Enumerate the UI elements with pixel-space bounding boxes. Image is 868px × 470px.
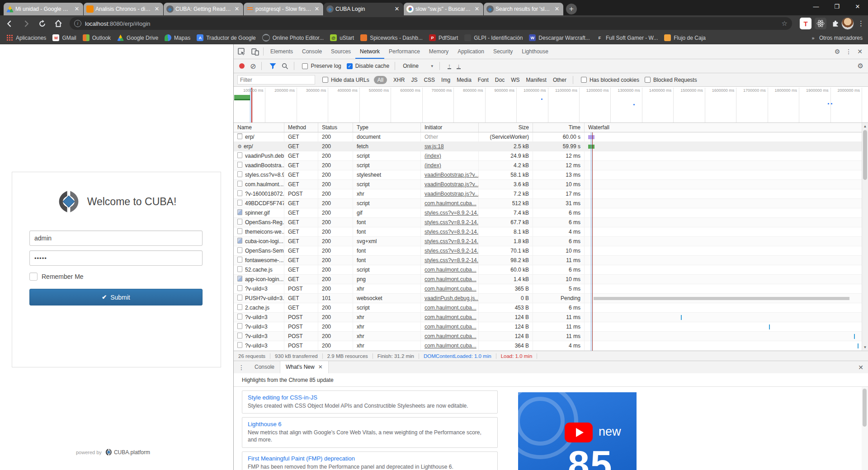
filter-input[interactable] <box>237 75 315 85</box>
table-row[interactable]: ?v-1600018072...POST200xhrvaadinBootstra… <box>234 189 868 199</box>
tab-elements[interactable]: Elements <box>266 44 297 59</box>
table-row[interactable]: ?v-uiId=3POST200xhrcom.haulmont.cuba...3… <box>234 341 868 351</box>
back-icon[interactable] <box>3 17 16 30</box>
search-icon[interactable] <box>282 63 288 70</box>
filter-chip-media[interactable]: Media <box>457 77 472 83</box>
tab-close-icon[interactable]: ✕ <box>473 5 481 13</box>
filter-chip-other[interactable]: Other <box>553 77 566 83</box>
import-har-icon[interactable]: ↑ <box>448 63 452 69</box>
devtools-close-icon[interactable]: ✕ <box>857 48 863 55</box>
network-settings-icon[interactable]: ⚙ <box>858 62 863 70</box>
password-input[interactable] <box>29 250 203 266</box>
table-row[interactable]: 49BDCDF5F747...GET200scriptcom.haulmont.… <box>234 199 868 208</box>
table-row[interactable]: OpenSans-Reg...GET200fontstyles.css?v=8.… <box>234 218 868 227</box>
browser-tab[interactable]: ◆CUBA Login✕ <box>324 3 403 15</box>
table-row[interactable]: themeicons-we...GET200fontstyles.css?v=8… <box>234 227 868 237</box>
tab-close-icon[interactable]: ✕ <box>393 5 401 13</box>
tab-lighthouse[interactable]: Lighthouse <box>517 44 553 59</box>
tab-performance[interactable]: Performance <box>384 44 425 59</box>
initiator-link[interactable]: com.haulmont.cuba... <box>425 305 476 311</box>
home-icon[interactable] <box>52 17 65 30</box>
tab-sources[interactable]: Sources <box>326 44 355 59</box>
bookmark-item[interactable]: ATraductor de Google <box>197 34 256 41</box>
network-overview-timeline[interactable]: 100000 ms200000 ms300000 ms400000 ms5000… <box>234 87 868 123</box>
preserve-log-checkbox[interactable] <box>302 63 308 69</box>
tab-console[interactable]: Console <box>297 44 326 59</box>
column-header-name[interactable]: Name <box>234 123 284 132</box>
initiator-link[interactable]: com.haulmont.cuba... <box>425 276 476 282</box>
tab-security[interactable]: Security <box>489 44 517 59</box>
filter-chip-manifest[interactable]: Manifest <box>526 77 547 83</box>
device-toolbar-icon[interactable] <box>249 46 261 57</box>
bookmark-star-icon[interactable]: ☆ <box>782 19 788 28</box>
drawer-menu-icon[interactable]: ⋮ <box>238 364 245 371</box>
initiator-link[interactable]: vaadinBootstrap.js?v... <box>425 191 479 197</box>
forward-icon[interactable] <box>19 17 33 30</box>
initiator-link[interactable]: styles.css?v=8.9.2-14... <box>425 210 479 216</box>
initiator-link[interactable]: vaadinPush.debug.js... <box>425 295 479 301</box>
filter-funnel-icon[interactable] <box>269 63 276 69</box>
site-info-icon[interactable]: i <box>74 20 81 27</box>
table-row[interactable]: cuba-icon-logi...GET200svg+xmlstyles.css… <box>234 237 868 246</box>
record-icon[interactable] <box>239 63 245 69</box>
initiator-link[interactable]: com.haulmont.cuba... <box>425 343 476 349</box>
bookmark-item[interactable]: Online Photo Editor... <box>262 34 324 42</box>
drawer-tab-console[interactable]: Console <box>249 361 280 373</box>
article-title-link[interactable]: First Meaningful Paint (FMP) deprecation <box>248 455 492 462</box>
column-header-waterfall[interactable]: Waterfall <box>585 123 868 132</box>
whats-new-article[interactable]: Lighthouse 6New metrics that align with … <box>242 417 498 447</box>
bookmark-item[interactable]: Flujo de Caja <box>664 34 706 41</box>
tab-memory[interactable]: Memory <box>425 44 453 59</box>
extension-t-icon[interactable]: T <box>800 18 811 29</box>
bookmark-item[interactable]: @uStart <box>330 34 354 41</box>
table-row[interactable]: ⚙erp/GET200fetchsw.js:182.5 kB59.99 s <box>234 142 868 151</box>
initiator-link[interactable]: styles.css?v=8.9.2-14... <box>425 257 479 263</box>
hide-data-urls-toggle[interactable]: Hide data URLs <box>322 77 369 83</box>
preserve-log-toggle[interactable]: Preserve log <box>302 63 341 69</box>
bookmark-item[interactable]: MGMail <box>52 34 76 41</box>
tab-network[interactable]: Network <box>355 44 384 59</box>
remember-me-checkbox[interactable] <box>29 273 38 281</box>
browser-tab[interactable]: ◆CUBA: Getting Ready for Produc...✕ <box>164 3 243 15</box>
scroll-up-icon[interactable]: ▲ <box>862 124 868 128</box>
whats-new-video-thumbnail[interactable]: new 85 <box>518 392 637 470</box>
scroll-down-icon[interactable]: ▼ <box>862 345 868 349</box>
table-row[interactable]: ?v-uiId=3POST200xhrcom.haulmont.cuba...1… <box>234 322 868 332</box>
bookmark-item[interactable]: GLPI - Identificación <box>464 34 523 41</box>
table-row[interactable]: 2.cache.jsGET200scriptcom.haulmont.cuba.… <box>234 303 868 313</box>
drawer-scrollbar[interactable] <box>862 387 868 470</box>
table-row[interactable]: PUSH?v-uiId=3...GET101websocketvaadinPus… <box>234 294 868 303</box>
table-row[interactable]: erp/GET200documentOther(ServiceWorker)60… <box>234 132 868 142</box>
close-button[interactable]: ✕ <box>847 0 868 14</box>
drawer-tab-close-icon[interactable]: ✕ <box>318 364 323 370</box>
tab-close-icon[interactable]: ✕ <box>313 5 321 13</box>
browser-menu-icon[interactable]: ⋮ <box>858 19 864 28</box>
column-header-size[interactable]: Size <box>479 123 533 132</box>
initiator-link[interactable]: sw.js:18 <box>425 143 444 150</box>
tab-close-icon[interactable]: ✕ <box>553 5 561 13</box>
table-row[interactable]: ?v-uiId=3POST200xhrcom.haulmont.cuba...3… <box>234 284 868 294</box>
disable-cache-toggle[interactable]: ✓ Disable cache <box>347 63 389 69</box>
drawer-tab-what-s-new[interactable]: What's New✕ <box>280 361 329 373</box>
filter-chip-doc[interactable]: Doc <box>495 77 505 83</box>
export-har-icon[interactable]: ↓ <box>457 63 461 69</box>
cuba-platform-link[interactable]: CUBA.platform <box>114 449 150 456</box>
browser-tab[interactable]: Mi unidad - Google Drive✕ <box>4 3 83 15</box>
table-row[interactable]: vaadinPush.deb...GET200script(index)24.9… <box>234 151 868 161</box>
tab-close-icon[interactable]: ✕ <box>233 5 241 13</box>
address-bar[interactable]: i localhost:8080/erp/#login ☆ <box>70 17 792 30</box>
filter-chip-img[interactable]: Img <box>441 77 450 83</box>
extensions-puzzle-icon[interactable] <box>830 18 841 29</box>
initiator-link[interactable]: (index) <box>425 162 441 169</box>
bookmark-item[interactable]: Google Drive <box>117 34 158 41</box>
new-tab-button[interactable]: + <box>566 4 577 14</box>
other-bookmarks[interactable]: » Otros marcadores <box>810 34 863 41</box>
table-row[interactable]: fontawesome-...GET200fontstyles.css?v=8.… <box>234 256 868 265</box>
inspect-element-icon[interactable] <box>236 46 247 57</box>
profile-avatar[interactable] <box>841 17 854 30</box>
filter-chip-all[interactable]: All <box>374 76 387 84</box>
table-row[interactable]: ?v-uiId=3POST200xhrcom.haulmont.cuba...1… <box>234 313 868 322</box>
initiator-link[interactable]: styles.css?v=8.9.2-14... <box>425 229 479 235</box>
filter-chip-ws[interactable]: WS <box>511 77 519 83</box>
bookmark-item[interactable]: FFull Soft Gamer - W... <box>596 34 658 41</box>
